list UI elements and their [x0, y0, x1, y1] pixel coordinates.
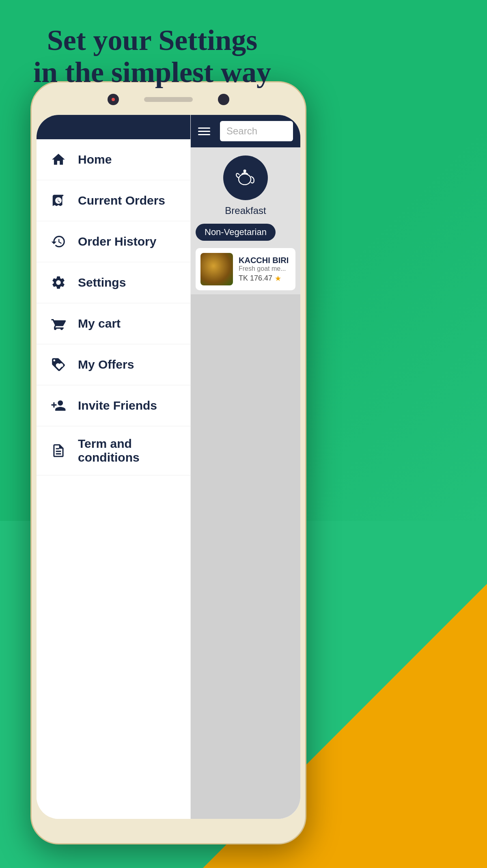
app-header: Search	[191, 115, 300, 147]
filter-bar: Non-Vegetarian	[191, 220, 300, 244]
offers-icon	[49, 355, 68, 374]
search-placeholder: Search	[226, 125, 257, 137]
terms-icon	[49, 441, 68, 460]
speaker	[144, 97, 193, 102]
breakfast-category-icon[interactable]	[223, 155, 268, 200]
cart-icon	[49, 314, 68, 333]
food-image	[200, 253, 233, 285]
sidebar-item-current-orders[interactable]: Current Orders	[37, 180, 190, 221]
sidebar-item-my-offers[interactable]: My Offers	[37, 344, 190, 385]
main-panel: Search	[191, 115, 300, 819]
sidebar-item-label-orders: Current Orders	[78, 194, 165, 207]
search-bar[interactable]: Search	[220, 121, 293, 141]
header-text-block: Set your Settings in the simplest way	[0, 16, 304, 97]
drawer-top-bar	[37, 115, 190, 139]
svg-point-2	[244, 170, 246, 172]
food-price: TK 176.47	[239, 274, 272, 283]
home-icon	[49, 150, 68, 169]
app-screen: Home Current Orders	[37, 115, 300, 819]
star-icon: ★	[275, 274, 281, 283]
history-icon	[49, 232, 68, 251]
food-image-inner	[200, 253, 233, 285]
sidebar-item-order-history[interactable]: Order History	[37, 221, 190, 262]
invite-icon	[49, 396, 68, 415]
sidebar-item-label-offers: My Offers	[78, 358, 134, 371]
breakfast-section: Breakfast	[191, 147, 300, 220]
settings-icon	[49, 273, 68, 292]
phone-frame: Home Current Orders	[30, 81, 306, 844]
drawer-menu: Home Current Orders	[37, 139, 190, 475]
svg-point-0	[239, 174, 251, 185]
teapot-icon	[233, 166, 258, 190]
phone-screen: Home Current Orders	[37, 115, 300, 819]
sidebar-item-home[interactable]: Home	[37, 139, 190, 180]
sidebar-item-terms[interactable]: Term and conditions	[37, 426, 190, 475]
sidebar-item-label-home: Home	[78, 153, 112, 166]
gray-fill-area	[191, 294, 300, 819]
food-name: KACCHI BIRI	[239, 256, 291, 265]
food-info: KACCHI BIRI Fresh goat me... TK 176.47 ★	[239, 256, 291, 283]
orders-icon	[49, 191, 68, 210]
sidebar-item-label-settings: Settings	[78, 276, 126, 289]
sidebar-item-settings[interactable]: Settings	[37, 262, 190, 303]
breakfast-label: Breakfast	[197, 205, 294, 216]
page-title: Set your Settings in the simplest way	[8, 24, 296, 89]
food-card[interactable]: KACCHI BIRI Fresh goat me... TK 176.47 ★	[196, 248, 295, 290]
sidebar-item-invite-friends[interactable]: Invite Friends	[37, 385, 190, 426]
hamburger-icon[interactable]	[198, 127, 210, 135]
sidebar-item-label-terms: Term and conditions	[78, 437, 178, 464]
sidebar-item-label-cart: My cart	[78, 317, 121, 330]
food-description: Fresh goat me...	[239, 265, 291, 272]
sidebar-item-label-history: Order History	[78, 235, 156, 248]
food-price-row: TK 176.47 ★	[239, 274, 291, 283]
sidebar-item-my-cart[interactable]: My cart	[37, 303, 190, 344]
sidebar-item-label-invite: Invite Friends	[78, 399, 157, 412]
navigation-drawer: Home Current Orders	[37, 115, 191, 819]
filter-non-vegetarian[interactable]: Non-Vegetarian	[196, 224, 276, 241]
